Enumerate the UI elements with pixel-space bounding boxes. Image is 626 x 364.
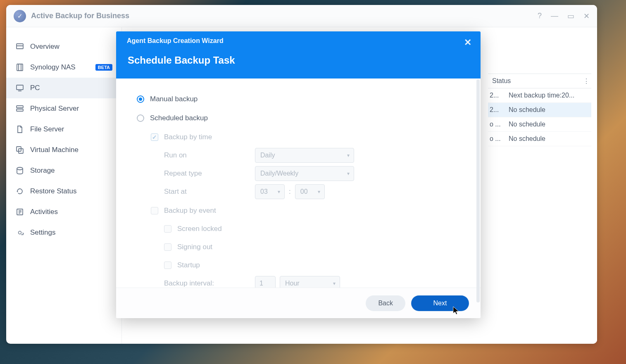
checkbox-icon bbox=[151, 207, 158, 214]
radio-scheduled-backup[interactable]: Scheduled backup bbox=[137, 110, 460, 126]
sidebar-item-settings[interactable]: Settings bbox=[6, 222, 121, 243]
next-button[interactable]: Next bbox=[411, 295, 469, 311]
page-title: Schedule Backup Task bbox=[128, 55, 470, 66]
select-start-minute[interactable]: 00 bbox=[295, 184, 325, 199]
close-icon[interactable]: ✕ bbox=[583, 12, 590, 21]
field-label: Start at bbox=[164, 188, 255, 196]
table-row[interactable]: 2... Next backup time:20... bbox=[488, 88, 591, 103]
help-icon[interactable]: ? bbox=[538, 12, 542, 21]
field-label: Backup interval: bbox=[164, 279, 255, 288]
field-label: Run on bbox=[164, 151, 255, 159]
fileserver-icon bbox=[15, 125, 24, 134]
select-value: Daily/Weekly bbox=[260, 170, 298, 177]
select-value: Hour bbox=[285, 280, 300, 287]
sidebar-item-restore-status[interactable]: Restore Status bbox=[6, 181, 121, 202]
app-title: Active Backup for Business bbox=[31, 12, 129, 20]
checkbox-label: Screen locked bbox=[177, 225, 222, 233]
svg-rect-7 bbox=[17, 106, 23, 108]
sidebar-item-label: Virtual Machine bbox=[30, 146, 79, 154]
svg-point-11 bbox=[17, 167, 23, 170]
row-repeat-type: Repeat type Daily/Weekly bbox=[137, 165, 460, 182]
sidebar-item-label: Activities bbox=[30, 208, 58, 216]
sidebar-item-physical-server[interactable]: Physical Server bbox=[6, 98, 121, 119]
activities-icon bbox=[15, 207, 24, 216]
checkbox-label: Backup by time bbox=[164, 133, 212, 141]
checkbox-startup[interactable]: Startup bbox=[137, 257, 460, 274]
wizard-modal: Agent Backup Creation Wizard Schedule Ba… bbox=[116, 31, 481, 318]
select-repeat-type[interactable]: Daily/Weekly bbox=[255, 166, 354, 181]
sidebar: Overview Synology NAS BETA PC Physical bbox=[6, 27, 122, 344]
overview-icon bbox=[15, 42, 24, 51]
select-run-on[interactable]: Daily bbox=[255, 148, 354, 163]
row-start-at: Start at 03 : 00 bbox=[137, 183, 460, 200]
cell-truncated: o ... bbox=[488, 121, 505, 128]
select-interval-unit[interactable]: Hour bbox=[280, 276, 340, 288]
vm-icon bbox=[15, 145, 24, 155]
checkbox-icon bbox=[151, 133, 158, 141]
modal-header: Agent Backup Creation Wizard Schedule Ba… bbox=[116, 31, 481, 79]
sidebar-item-virtual-machine[interactable]: Virtual Machine bbox=[6, 140, 121, 160]
row-run-on: Run on Daily bbox=[137, 147, 460, 164]
server-icon bbox=[15, 104, 24, 113]
table-row[interactable]: o ... No schedule bbox=[488, 132, 591, 146]
cell-status: No schedule bbox=[505, 135, 591, 143]
modal-footer: Back Next bbox=[116, 288, 481, 318]
checkbox-label: Signing out bbox=[177, 243, 212, 251]
field-label: Repeat type bbox=[164, 169, 255, 178]
sidebar-item-file-server[interactable]: File Server bbox=[6, 119, 121, 140]
back-button[interactable]: Back bbox=[366, 295, 405, 311]
sidebar-item-activities[interactable]: Activities bbox=[6, 202, 121, 222]
maximize-icon[interactable]: ▭ bbox=[567, 12, 574, 21]
sidebar-item-label: Settings bbox=[30, 228, 55, 237]
checkbox-icon bbox=[164, 225, 171, 233]
minimize-icon[interactable]: — bbox=[551, 12, 558, 21]
beta-badge: BETA bbox=[95, 64, 112, 71]
sidebar-item-label: Physical Server bbox=[30, 105, 79, 113]
table-header: Status ⋮ bbox=[488, 74, 591, 88]
sidebar-item-synology-nas[interactable]: Synology NAS BETA bbox=[6, 57, 121, 78]
window-controls: ? — ▭ ✕ bbox=[538, 12, 590, 21]
table-row[interactable]: o ... No schedule bbox=[488, 117, 591, 132]
checkbox-label: Startup bbox=[177, 261, 200, 269]
cell-status: No schedule bbox=[505, 106, 591, 114]
row-backup-interval: Backup interval: 1 Hour bbox=[137, 275, 460, 288]
storage-icon bbox=[15, 166, 24, 175]
restore-icon bbox=[15, 187, 24, 196]
sidebar-item-label: Overview bbox=[30, 43, 60, 51]
radio-manual-backup[interactable]: Manual backup bbox=[137, 91, 460, 107]
close-icon[interactable]: ✕ bbox=[464, 37, 471, 48]
svg-rect-8 bbox=[17, 109, 23, 111]
radio-label: Manual backup bbox=[150, 95, 198, 103]
column-menu-icon[interactable]: ⋮ bbox=[581, 77, 591, 85]
app-icon: ✓ bbox=[14, 10, 26, 22]
input-interval-number[interactable]: 1 bbox=[255, 276, 276, 288]
pc-icon bbox=[15, 83, 24, 93]
cell-truncated: 2... bbox=[488, 92, 505, 99]
gear-icon bbox=[15, 228, 24, 237]
checkbox-signing-out[interactable]: Signing out bbox=[137, 239, 460, 255]
checkbox-label: Backup by event bbox=[164, 207, 216, 215]
select-start-hour[interactable]: 03 bbox=[255, 184, 285, 199]
svg-rect-5 bbox=[17, 85, 23, 90]
sidebar-item-pc[interactable]: PC bbox=[6, 78, 121, 98]
sidebar-item-label: PC bbox=[30, 84, 40, 92]
input-value: 1 bbox=[259, 280, 263, 287]
wizard-title: Agent Backup Creation Wizard bbox=[127, 37, 470, 45]
checkbox-backup-by-event[interactable]: Backup by event bbox=[137, 202, 460, 219]
table-row[interactable]: 2... No schedule bbox=[488, 103, 591, 117]
checkbox-backup-by-time[interactable]: Backup by time bbox=[137, 129, 460, 145]
cell-status: Next backup time:20... bbox=[505, 92, 591, 99]
sidebar-item-storage[interactable]: Storage bbox=[6, 160, 121, 181]
svg-rect-2 bbox=[17, 64, 23, 71]
select-value: 00 bbox=[300, 188, 308, 195]
sidebar-item-label: Synology NAS bbox=[30, 63, 76, 71]
radio-icon bbox=[137, 95, 144, 103]
modal-body: Manual backup Scheduled backup Backup by… bbox=[116, 79, 481, 288]
select-value: 03 bbox=[260, 188, 268, 195]
radio-label: Scheduled backup bbox=[150, 114, 208, 122]
svg-rect-0 bbox=[17, 44, 23, 49]
cell-status: No schedule bbox=[505, 121, 591, 128]
column-header-status[interactable]: Status bbox=[488, 77, 581, 85]
sidebar-item-overview[interactable]: Overview bbox=[6, 36, 121, 57]
checkbox-screen-locked[interactable]: Screen locked bbox=[137, 221, 460, 237]
